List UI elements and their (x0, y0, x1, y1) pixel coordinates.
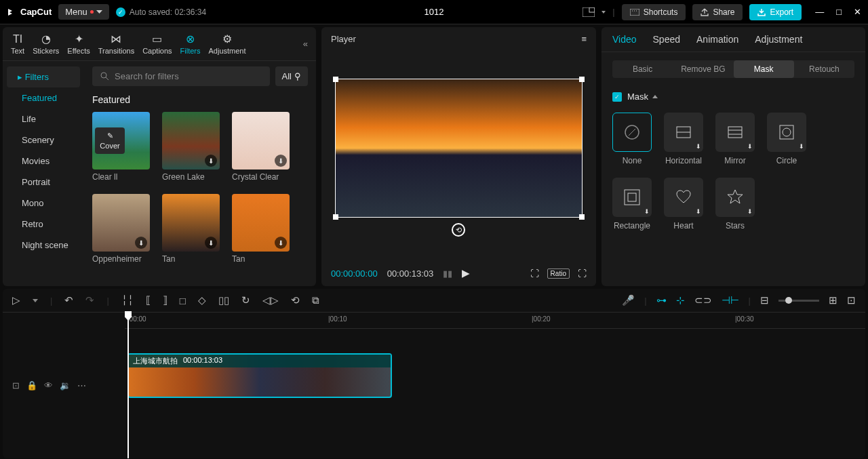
export-button[interactable]: Export (749, 4, 802, 20)
mirror-tool[interactable]: ◁▷ (262, 294, 279, 306)
search-input[interactable]: Search for filters (92, 66, 270, 86)
mask-item-stars[interactable]: ⬇Stars (715, 178, 755, 231)
subtab-removebg[interactable]: Remove BG (673, 60, 733, 78)
link-button[interactable]: ⊂⊃ (694, 294, 712, 306)
rtab-video[interactable]: Video (612, 34, 637, 45)
close-button[interactable]: ✕ (854, 7, 861, 17)
sidebar-item-featured[interactable]: Featured (3, 87, 84, 108)
zoom-out-button[interactable]: ⊟ (760, 294, 769, 306)
app-logo: CapCut (7, 7, 52, 18)
sidebar-header-filters[interactable]: ▸ Filters (7, 66, 80, 87)
minimize-button[interactable]: — (815, 7, 824, 17)
split-tool[interactable]: ╎╎ (121, 294, 134, 306)
download-icon: ⬇ (205, 155, 217, 167)
collapse-button[interactable]: « (299, 39, 312, 49)
redo-button[interactable]: ↷ (85, 294, 94, 306)
download-icon: ⬇ (696, 208, 701, 215)
filter-card[interactable]: ⬇Tan (162, 194, 220, 264)
player-menu-icon[interactable]: ≡ (581, 34, 587, 44)
video-clip[interactable]: 上海城市航拍 00:00:13:03 (127, 353, 392, 398)
subtab-basic[interactable]: Basic (612, 60, 673, 78)
rtab-animation[interactable]: Animation (696, 34, 738, 45)
trim-left-tool[interactable]: ⟦ (146, 294, 151, 306)
tab-transitions[interactable]: ⋈Transitions (94, 30, 138, 58)
compare-icon[interactable]: ▮▮ (443, 268, 452, 279)
cover-button[interactable]: ✎ Cover (95, 127, 125, 154)
tab-adjustment[interactable]: ⚙Adjustment (205, 30, 250, 58)
sidebar-item-portrait[interactable]: Portrait (3, 172, 84, 193)
preview-frame[interactable] (335, 79, 583, 218)
shortcuts-button[interactable]: Shortcuts (622, 4, 686, 20)
tl-more-icon[interactable]: ⋯ (77, 380, 86, 391)
share-button[interactable]: Share (692, 4, 743, 20)
player-title: Player (331, 34, 356, 44)
preview-snap-button[interactable]: ⊣⊢ (722, 294, 739, 306)
filter-card[interactable]: ⬇Green Lake (162, 112, 220, 182)
trim-right-tool[interactable]: ⟧ (163, 294, 167, 306)
playhead[interactable] (127, 313, 129, 458)
tl-expand-icon[interactable]: ⊡ (12, 380, 20, 391)
zoom-in-button[interactable]: ⊞ (829, 294, 837, 306)
mask-item-none[interactable]: None (612, 113, 652, 165)
download-icon: ⬇ (799, 143, 804, 150)
menu-button[interactable]: Menu (58, 4, 109, 20)
reverse-tool[interactable]: ⟲ (291, 294, 300, 306)
edit-icon: ✎ (107, 132, 113, 140)
mask-grid: None⬇Horizontal⬇Mirror⬇Circle⬇Rectangle⬇… (612, 113, 854, 231)
tl-eye-icon[interactable]: 👁 (44, 380, 53, 391)
ruler[interactable]: |00:00 |00:10 |00:20 |00:30 (125, 313, 865, 329)
sidebar-item-movies[interactable]: Movies (3, 151, 84, 172)
subtab-retouch[interactable]: Retouch (794, 60, 854, 78)
sidebar-item-retro[interactable]: Retro (3, 214, 84, 235)
layout-icon[interactable] (583, 7, 595, 17)
tab-effects[interactable]: ✦Effects (63, 30, 94, 58)
sidebar-item-life[interactable]: Life (3, 108, 84, 129)
rotate-icon[interactable]: ⟲ (452, 223, 465, 237)
marker-tool[interactable]: ◇ (198, 294, 206, 306)
filter-card[interactable]: ⬇Oppenheimer (92, 194, 150, 264)
main-area: TIText ◔Stickers ✦Effects ⋈Transitions ▭… (0, 24, 868, 289)
sidebar-item-night[interactable]: Night scene (3, 235, 84, 256)
play-button[interactable]: ▶ (462, 267, 470, 279)
fit-button[interactable]: ⊡ (847, 294, 856, 306)
mic-icon[interactable]: 🎤 (622, 294, 635, 306)
tab-stickers[interactable]: ◔Stickers (28, 30, 63, 58)
mask-checkbox[interactable]: ✓ (612, 92, 622, 102)
magnet-button[interactable]: ⊹ (676, 294, 685, 306)
mask-item-mirror[interactable]: ⬇Mirror (715, 113, 755, 165)
speed-tool[interactable]: ↻ (241, 294, 250, 306)
mask-item-horizontal[interactable]: ⬇Horizontal (664, 113, 703, 165)
filter-name: Tan (232, 254, 290, 264)
filter-card[interactable]: ⬇Tan (232, 194, 290, 264)
copy-tool[interactable]: ▯▯ (218, 294, 229, 306)
download-icon: ⬇ (644, 208, 650, 215)
rtab-speed[interactable]: Speed (653, 34, 680, 45)
fullscreen-icon[interactable]: ⛶ (578, 268, 587, 279)
tab-captions[interactable]: ▭Captions (138, 30, 176, 58)
delete-tool[interactable]: □ (180, 295, 186, 306)
tab-text[interactable]: TIText (7, 31, 28, 58)
tl-audio-icon[interactable]: 🔉 (60, 380, 71, 391)
pointer-tool[interactable]: ▷ (12, 294, 20, 306)
tl-lock-icon[interactable]: 🔒 (26, 380, 37, 391)
sidebar-item-scenery[interactable]: Scenery (3, 129, 84, 151)
all-filter-button[interactable]: All⚲ (275, 66, 308, 86)
undo-button[interactable]: ↶ (64, 294, 73, 306)
mask-item-heart[interactable]: ⬇Heart (664, 178, 703, 231)
tab-filters[interactable]: ⊗Filters (176, 30, 205, 58)
subtab-mask[interactable]: Mask (734, 60, 794, 78)
timeline-tracks[interactable]: |00:00 |00:10 |00:20 |00:30 上海城市航拍 00:00… (125, 313, 865, 458)
rtab-adjustment[interactable]: Adjustment (755, 34, 802, 45)
mask-item-circle[interactable]: ⬇Circle (767, 113, 806, 165)
crop-tool[interactable]: ⧉ (312, 294, 319, 306)
filter-card[interactable]: ⬇Crystal Clear (232, 112, 290, 182)
mask-item-rectangle[interactable]: ⬇Rectangle (612, 178, 652, 231)
snap-button[interactable]: ⊶ (656, 294, 667, 306)
zoom-slider[interactable] (778, 300, 819, 302)
maximize-button[interactable]: □ (836, 7, 842, 17)
ratio-button[interactable]: Ratio (547, 268, 570, 279)
player-view[interactable]: ⟲ (321, 51, 596, 260)
focus-icon[interactable]: ⛶ (530, 268, 539, 279)
sidebar-item-mono[interactable]: Mono (3, 193, 84, 214)
time-total: 00:00:13:03 (387, 268, 434, 279)
